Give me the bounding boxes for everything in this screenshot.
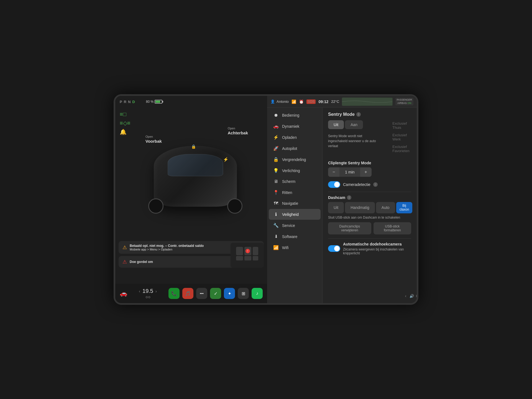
nav-wifi[interactable]: 📶 Wifi	[269, 242, 321, 253]
more-app-icon[interactable]: •••	[196, 288, 207, 299]
clip-label: Cliplengte Sentry Mode	[328, 161, 411, 165]
car-status-icons: ≡□ ≡◇≡ 🔔	[120, 111, 130, 135]
nav-dynamiek[interactable]: 🚗 Dynamiek	[269, 121, 321, 132]
prnd-indicator: P R N D	[120, 100, 135, 104]
gear-n: N	[128, 100, 131, 104]
camera-detection-label: Cameradetectie	[343, 182, 370, 187]
sentry-on-button[interactable]: Aan	[345, 120, 363, 129]
sentry-toggle-group: Uit Aan	[328, 120, 382, 129]
svg-rect-0	[236, 247, 243, 255]
nav-autopilot[interactable]: 🚀 Autopilot	[269, 143, 321, 154]
wheel-front-right	[227, 198, 242, 214]
lock-icon: 🔒	[191, 144, 196, 149]
dashcam-info-icon[interactable]: i	[347, 195, 351, 200]
todo-app-icon[interactable]: ✓	[210, 288, 221, 299]
user-name-display: Antonio	[277, 99, 289, 104]
usb-buttons-area: Dashcamclips verwijderen USB-stick forma…	[328, 222, 411, 234]
camera-detection-toggle[interactable]	[328, 181, 340, 188]
time-display: 09:12	[318, 99, 328, 104]
service-icon: 🔧	[273, 223, 279, 228]
charge-bolt-icon: ⚡	[223, 157, 229, 162]
nav-autopilot-label: Autopilot	[282, 146, 297, 151]
divider-1	[328, 192, 411, 192]
nav-software-label: Software	[282, 234, 297, 239]
dynamiek-icon: 🚗	[273, 124, 279, 129]
vergrendeling-icon: 🔒	[273, 157, 279, 162]
svg-rect-1	[236, 256, 243, 260]
clip-minus-button[interactable]: −	[328, 167, 339, 177]
nav-bediening-label: Bediening	[282, 113, 299, 117]
blind-spot-row: Automatische dodehoekcamera Ziicamera we…	[328, 242, 411, 255]
blind-spot-title: Automatische dodehoekcamera	[343, 242, 411, 246]
alarm-status-icon: ⏰	[299, 99, 304, 104]
apps-icon[interactable]: ⊞	[238, 288, 249, 299]
car-visualization: Open Voorbak Open Achterbak ⚡ 🔒	[129, 110, 262, 226]
veiligheid-icon: ℹ	[273, 212, 279, 217]
camera-info-icon[interactable]: i	[373, 182, 378, 187]
divider-2	[328, 238, 411, 239]
top-status-bar-right: 👤 Antonio 📶 ⏰ SOS 09:12 22°C PASSENGER A…	[267, 96, 417, 108]
seat-preview: !	[231, 243, 264, 268]
odometer-right-arrow[interactable]: ›	[155, 289, 157, 293]
nav-navigatie[interactable]: 🗺 Navigatie	[269, 198, 321, 209]
bottom-app-bar[interactable]: 📞 🎵 ••• ✓ ✦ ⊞ ♪	[168, 288, 263, 299]
battery-icon	[155, 100, 162, 104]
rear-trunk-label: Open Achterbak	[228, 126, 248, 136]
gear-p: P	[120, 100, 122, 104]
nav-veiligheid-label: Veiligheid	[282, 212, 299, 217]
odometer-left-arrow[interactable]: ‹	[139, 289, 140, 293]
nav-scherm[interactable]: 🖥 Scherm	[269, 176, 321, 187]
volume-control[interactable]: 🔊 ✕	[410, 294, 418, 298]
car-icon-bottom: 🚗	[120, 290, 127, 297]
user-avatar-icon: 👤	[270, 99, 275, 104]
taskbar-left-arrow[interactable]: ‹	[405, 294, 406, 298]
clip-plus-button[interactable]: +	[360, 167, 372, 177]
dashcam-usb-note: Sluit USB-stick aan om Dashcam in te sch…	[328, 216, 411, 219]
wifi-status-icon: 📶	[291, 99, 296, 104]
dashcam-horn-button[interactable]: Bij claxon	[396, 202, 413, 213]
dashcam-manual-button[interactable]: Handmatig	[345, 202, 375, 213]
spotify-icon[interactable]: ♪	[252, 288, 263, 299]
verlichting-icon: 💡	[273, 168, 279, 173]
nav-verlichting-label: Verlichting	[282, 168, 300, 173]
gear-d: D	[132, 100, 135, 104]
phone-app-icon[interactable]: 📞	[168, 288, 180, 299]
nav-bediening[interactable]: ⏺ Bediening	[269, 110, 321, 121]
sentry-note: Sentry Mode wordt niet ingeschakeld wann…	[328, 134, 382, 149]
clip-stepper[interactable]: − 1 min +	[328, 167, 372, 177]
sentry-off-button[interactable]: Uit	[328, 120, 344, 129]
format-usb-button[interactable]: USB-stick formatteren	[374, 222, 411, 234]
dashcam-auto-button[interactable]: Auto	[376, 202, 395, 213]
sentry-mode-title: Sentry Mode i	[328, 112, 411, 117]
warning-icon: ⚠	[122, 244, 127, 250]
car-body-shape	[154, 146, 237, 207]
dashcam-off-button[interactable]: Uit	[328, 202, 344, 213]
nav-veiligheid[interactable]: ℹ Veiligheid	[269, 209, 321, 220]
passenger-airbag-badge: PASSENGER AIRBAG ON	[395, 98, 413, 105]
battery-indicator: 80 %	[146, 100, 162, 104]
nav-vergrendeling[interactable]: 🔒 Vergrendeling	[269, 154, 321, 165]
battery-fill	[155, 101, 160, 103]
scherm-icon: 🖥	[273, 179, 279, 184]
nav-service-label: Service	[282, 223, 295, 228]
nav-ritten-label: Ritten	[282, 190, 292, 195]
sentry-info-icon[interactable]: i	[356, 112, 361, 117]
delete-clips-button[interactable]: Dashcamclips verwijderen	[328, 222, 371, 234]
foglight-icon: ≡◇≡	[120, 120, 130, 126]
music-app-icon[interactable]: 🎵	[182, 288, 193, 299]
seatbelt-icon: 🔔	[120, 129, 130, 135]
autopilot-icon: 🚀	[273, 146, 279, 151]
settings-panel: 🔍 Doorzoek instellingen 👤 Antonio ⏰ 🔔 ✦ …	[267, 96, 417, 303]
nav-ritten[interactable]: 📍 Ritten	[269, 187, 321, 198]
nav-software[interactable]: ⬇ Software	[269, 231, 321, 242]
nav-verlichting[interactable]: 💡 Verlichting	[269, 165, 321, 176]
clip-value: 1 min	[339, 168, 360, 177]
nav-scherm-label: Scherm	[282, 179, 295, 184]
gear-r: R	[124, 100, 126, 104]
nav-service[interactable]: 🔧 Service	[269, 220, 321, 231]
sos-button[interactable]: SOS	[306, 99, 316, 104]
clip-length-section: Cliplengte Sentry Mode − 1 min +	[328, 161, 411, 177]
bluetooth-app-icon[interactable]: ✦	[224, 288, 235, 299]
blind-spot-toggle[interactable]	[328, 245, 340, 252]
nav-opladen[interactable]: ⚡ Opladen	[269, 132, 321, 143]
